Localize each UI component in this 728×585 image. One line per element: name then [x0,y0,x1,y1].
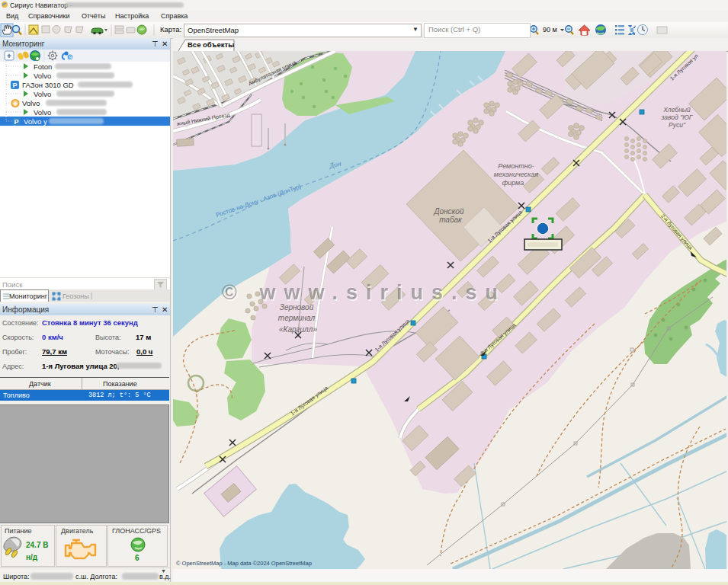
svg-text:90 м: 90 м [543,26,557,34]
svg-text:Руси": Руси" [669,121,686,129]
svg-text:завод "ЮГ: завод "ЮГ [661,113,694,121]
svg-text:Хлебный: Хлебный [662,106,691,113]
svg-text:Ремонтно-: Ремонтно- [498,162,534,170]
svg-text:© www.sirius.su: © www.sirius.su [222,281,506,304]
svg-text:механическая: механическая [494,171,538,178]
svg-text:Донской: Донской [434,207,464,216]
svg-text:9: 9 [69,55,72,60]
svg-text:табак: табак [439,216,463,224]
svg-text:фирма: фирма [502,179,524,187]
svg-text:«Каргилл»: «Каргилл» [279,325,317,334]
svg-text:P: P [14,118,19,126]
svg-text:P: P [13,82,18,89]
svg-text:© OpenStreetMap - Map data ©20: © OpenStreetMap - Map data ©2024 OpenStr… [176,560,312,567]
svg-text:терминал: терминал [278,314,316,322]
